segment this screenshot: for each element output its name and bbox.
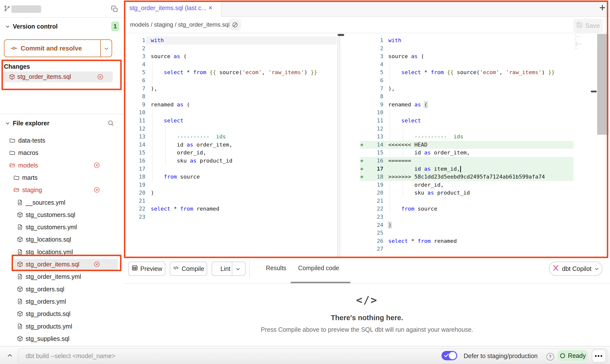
diff-right-pane[interactable]: 1with23source as (45 select * from {{ so… — [339, 33, 610, 258]
file-tree-item-stg-order-items-yml[interactable]: stg_order_items.yml — [0, 271, 124, 282]
defer-toggle[interactable] — [441, 351, 457, 360]
save-label: Save — [585, 22, 600, 30]
code-line-9: 9renamed as ( — [124, 101, 337, 109]
dbt-copilot-button[interactable]: dbt Copilot — [549, 262, 603, 276]
folder-icon — [13, 174, 20, 181]
code-line-5: 5 select * from {{ source('ecom', 'raw_i… — [339, 68, 610, 77]
preview-button[interactable]: Preview — [128, 262, 165, 276]
diff-left-pane[interactable]: 1with23source as (45 select * from {{ so… — [124, 33, 338, 258]
lint-button[interactable]: Lint — [212, 262, 246, 276]
tab-close-icon[interactable]: × — [208, 4, 212, 12]
file-name: stg_customers.yml — [26, 224, 77, 231]
code-line-12: 12 — [124, 125, 337, 133]
yaml-file-icon — [17, 224, 23, 230]
minimap[interactable]: withsource as ( select * from {{ source(… — [575, 34, 589, 49]
code-line-27: 27 — [339, 245, 610, 253]
folder-icon — [9, 149, 16, 156]
file-tree-item-stg-customers-sql[interactable]: stg_customers.sql — [0, 209, 124, 221]
tab-compiled-code[interactable]: Compiled code — [298, 265, 339, 272]
model-cube-icon — [17, 236, 23, 243]
editor-scrollbar-track[interactable] — [597, 34, 609, 135]
code-line-7: 7), — [124, 85, 337, 93]
file-name: stg_order_items.sql — [26, 261, 79, 268]
code-line-2: 2 — [124, 45, 337, 53]
deleted-marker-icon[interactable] — [94, 162, 100, 168]
file-tree-item-stg-locations-yml[interactable]: stg_locations.yml — [0, 246, 124, 258]
defer-label: Defer to staging/production — [464, 352, 538, 360]
status-bar: Defer to staging/production ? Ready ••• — [0, 346, 610, 364]
file-name: stg_products.yml — [26, 323, 72, 330]
model-cube-icon — [17, 286, 23, 292]
code-line-17: +17 id as item_id, — [339, 165, 610, 173]
code-icon — [173, 265, 179, 273]
code-line-19: 19 order_id, — [339, 181, 610, 189]
left-pane-scrollbar-thumb[interactable] — [338, 34, 344, 36]
file-tree-item--sources-yml[interactable]: __sources.yml — [0, 197, 124, 208]
ready-status-badge[interactable]: Ready — [558, 350, 588, 361]
lint-options-chevron-icon[interactable] — [235, 266, 241, 272]
file-tree-item-stg-locations-sql[interactable]: stg_locations.sql — [0, 233, 124, 245]
code-editor: 1with23source as (45 select * from {{ so… — [124, 33, 610, 258]
code-line-18: +18>>>>>>> 58c1dd23d5eebd9cd2495fa7124ab… — [339, 173, 610, 181]
open-folder-icon — [9, 162, 16, 168]
tab-stg-order-items[interactable]: stg_order_items.sql (last c... × — [124, 0, 221, 17]
file-tree-item-stg-products-sql[interactable]: stg_products.sql — [0, 308, 124, 320]
code-line-25: 25 — [339, 229, 610, 237]
file-tree-item-data-tests[interactable]: data-tests — [0, 134, 124, 146]
code-line-3: 3source as ( — [339, 52, 610, 61]
toolbar-divider — [249, 260, 250, 278]
code-line-21: 21 — [124, 197, 337, 205]
yaml-file-icon — [17, 298, 23, 305]
terminal-expand-chevron-icon[interactable] — [6, 352, 13, 359]
dbt-copilot-label: dbt Copilot — [562, 265, 592, 272]
new-tab-button[interactable]: + — [597, 2, 608, 13]
file-tree-item-stg-orders-yml[interactable]: stg_orders.yml — [0, 296, 124, 307]
save-button[interactable]: Save — [573, 19, 603, 33]
file-name: staging — [22, 186, 42, 194]
preview-label: Preview — [140, 265, 162, 272]
file-name: __sources.yml — [26, 199, 65, 206]
file-tree-item-stg-order-items-sql[interactable]: stg_order_items.sql — [0, 258, 124, 270]
editor-tab-bar: stg_order_items.sql (last c... × + — [124, 0, 610, 17]
file-tree-item-stg-products-yml[interactable]: stg_products.yml — [0, 320, 124, 332]
file-name: stg_locations.yml — [26, 248, 73, 256]
deleted-marker-icon[interactable] — [94, 187, 100, 193]
file-tree-item-stg-customers-yml[interactable]: stg_customers.yml — [0, 221, 124, 233]
yaml-file-icon — [17, 249, 23, 255]
file-name: stg_customers.sql — [26, 211, 75, 218]
code-line-20: 20) — [124, 189, 337, 197]
tab-results[interactable]: Results — [266, 265, 286, 272]
code-line-22: 22select * from renamed — [124, 205, 337, 213]
sidebar: Version control 1 Commit and resolve Cha… — [0, 0, 124, 346]
toggle-knob — [449, 352, 456, 359]
code-line-16: 16 sku as product_id — [124, 157, 337, 165]
right-pane-scrollbar-thumb[interactable] — [591, 91, 597, 92]
text-cursor — [460, 166, 461, 172]
file-tree-item-marts[interactable]: marts — [0, 172, 124, 183]
code-line-11: 11 select — [339, 117, 610, 125]
yaml-file-icon — [17, 273, 23, 280]
file-tree-item-stg-supplies-sql[interactable]: stg_supplies.sql — [0, 333, 124, 345]
code-line-15: 15 order_id, — [124, 149, 337, 157]
empty-code-icon: </> — [124, 294, 610, 306]
file-tree-item-macros[interactable]: macros — [0, 147, 124, 159]
deleted-marker-icon[interactable] — [94, 261, 100, 267]
help-icon[interactable]: ? — [546, 353, 554, 361]
dbt-command-input[interactable] — [25, 350, 248, 362]
file-tree-item-stg-orders-sql[interactable]: stg_orders.sql — [0, 283, 124, 295]
lineage-icon[interactable] — [229, 19, 241, 31]
compile-button[interactable]: Compile — [170, 262, 207, 276]
code-line-16: +16======= — [339, 157, 610, 165]
code-line-4: 4 — [124, 61, 337, 69]
folder-icon — [9, 137, 16, 144]
file-name: marts — [22, 174, 38, 181]
compile-label: Compile — [182, 265, 204, 272]
more-options-button[interactable]: ••• — [592, 349, 606, 363]
empty-state-caption: Press Compile above to preview the SQL d… — [124, 326, 610, 333]
file-name: stg_orders.yml — [26, 298, 66, 305]
editor-toolbar: Preview Compile Lint Results Compiled co… — [124, 258, 610, 283]
save-icon — [576, 22, 583, 30]
file-tree-item-models[interactable]: models — [0, 159, 124, 171]
file-tree-item-staging[interactable]: staging — [0, 184, 124, 196]
code-line-1: 1with — [124, 36, 337, 45]
